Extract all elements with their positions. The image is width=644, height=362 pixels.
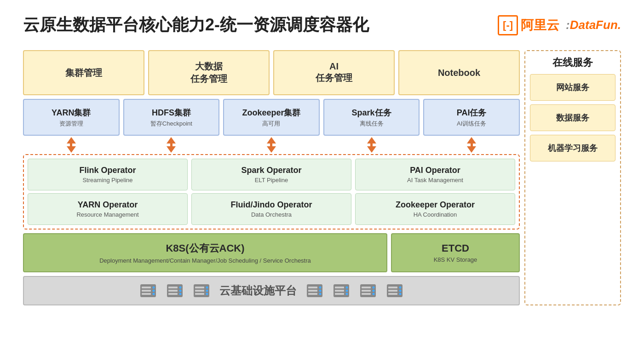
mid-box-pai: PAI任务 AI训练任务 — [423, 99, 520, 136]
mid-box-zookeeper: Zookeeper集群 高可用 — [223, 99, 320, 136]
svg-rect-17 — [195, 293, 204, 295]
server-icon-3 — [193, 283, 210, 298]
svg-rect-29 — [335, 287, 344, 288]
server-icon-5 — [333, 283, 350, 298]
svg-rect-10 — [168, 293, 178, 295]
server-icon-7 — [386, 283, 403, 298]
logo-area: [-] 阿里云 :DataFun. — [498, 15, 621, 35]
op-box-pai: PAI Operator AI Task Management — [355, 159, 515, 190]
svg-rect-44 — [388, 290, 397, 292]
online-service-website: 网站服务 — [530, 74, 615, 101]
double-arrow-4 — [367, 137, 376, 153]
double-arrow-2 — [167, 137, 176, 153]
top-row: 集群管理 大数据 任务管理 AI 任务管理 Notebook — [23, 50, 520, 95]
svg-rect-38 — [362, 293, 371, 295]
svg-point-25 — [319, 287, 322, 289]
server-icon-1 — [139, 283, 157, 298]
operator-area: Flink Operator Streaming Pipeline Spark … — [23, 154, 520, 230]
aliyun-bracket-icon: [-] — [498, 15, 518, 35]
k8s-box: K8S(公有云ACK) Deployment Management/Contai… — [23, 233, 387, 272]
svg-rect-36 — [362, 287, 371, 288]
datafun-text: DataFun. — [570, 18, 621, 32]
mid-row: YARN集群 资源管理 HDFS集群 暂存Checkpoint Zookeepe… — [23, 99, 520, 136]
svg-rect-1 — [142, 287, 151, 288]
op-box-zookeeper: Zookeeper Operator HA Coordination — [355, 193, 515, 225]
svg-rect-37 — [362, 290, 371, 292]
server-icon-4 — [306, 283, 323, 298]
mid-box-yarn: YARN集群 资源管理 — [23, 99, 120, 136]
svg-rect-30 — [335, 290, 344, 292]
svg-point-13 — [179, 293, 182, 295]
svg-point-46 — [399, 287, 402, 289]
infra-title: 云基础设施平台 — [219, 283, 297, 298]
online-service-ml: 机器学习服务 — [530, 135, 615, 161]
top-box-notebook: Notebook — [398, 50, 520, 95]
double-arrow-3 — [267, 137, 276, 153]
double-arrow-5 — [467, 137, 476, 153]
mid-box-hdfs: HDFS集群 暂存Checkpoint — [123, 99, 220, 136]
svg-rect-3 — [142, 293, 151, 295]
arrow-row — [23, 138, 520, 152]
main-area: 集群管理 大数据 任务管理 AI 任务管理 Notebook YARN集群 资源… — [23, 50, 520, 305]
svg-point-41 — [373, 293, 375, 295]
svg-rect-9 — [168, 290, 178, 292]
svg-rect-16 — [195, 290, 204, 292]
svg-point-20 — [206, 293, 208, 295]
svg-rect-43 — [388, 287, 397, 288]
arrow-cell-1 — [23, 137, 120, 153]
svg-point-47 — [399, 290, 402, 292]
diagram: 集群管理 大数据 任务管理 AI 任务管理 Notebook YARN集群 资源… — [23, 50, 621, 305]
page: 云原生数据平台核心能力2-统一资源调度容器化 [-] 阿里云 :DataFun.… — [0, 0, 644, 362]
arrow-cell-4 — [323, 137, 420, 153]
online-service-data: 数据服务 — [530, 104, 615, 131]
arrow-cell-5 — [423, 137, 520, 153]
online-services-title: 在线服务 — [530, 56, 615, 69]
svg-point-27 — [319, 293, 322, 295]
online-services-panel: 在线服务 网站服务 数据服务 机器学习服务 — [524, 50, 621, 305]
svg-point-39 — [373, 287, 375, 289]
svg-rect-8 — [168, 287, 178, 288]
svg-point-48 — [399, 293, 402, 295]
aliyun-logo: [-] 阿里云 — [498, 15, 559, 35]
top-box-cluster: 集群管理 — [23, 50, 144, 95]
etcd-box: ETCD K8S KV Storage — [391, 233, 520, 272]
svg-point-6 — [153, 293, 155, 295]
svg-rect-2 — [142, 290, 151, 292]
svg-point-33 — [346, 290, 348, 292]
aliyun-text: 阿里云 — [521, 17, 559, 34]
top-box-ai: AI 任务管理 — [273, 50, 395, 95]
server-icon-6 — [359, 283, 377, 298]
server-icon-2 — [166, 283, 184, 298]
op-box-flink: Flink Operator Streaming Pipeline — [28, 159, 188, 190]
page-title: 云原生数据平台核心能力2-统一资源调度容器化 — [23, 14, 369, 36]
op-box-yarn: YARN Operator Resource Management — [28, 193, 188, 225]
svg-point-40 — [373, 290, 375, 292]
svg-point-11 — [179, 287, 182, 289]
svg-rect-45 — [388, 293, 397, 295]
operator-row-1: Flink Operator Streaming Pipeline Spark … — [28, 159, 515, 190]
k8s-row: K8S(公有云ACK) Deployment Management/Contai… — [23, 233, 520, 272]
svg-point-34 — [346, 293, 348, 295]
svg-point-12 — [179, 290, 182, 292]
header: 云原生数据平台核心能力2-统一资源调度容器化 [-] 阿里云 :DataFun. — [23, 14, 621, 36]
top-box-bigdata: 大数据 任务管理 — [148, 50, 270, 95]
svg-point-5 — [153, 290, 155, 292]
svg-point-4 — [153, 287, 155, 289]
mid-box-spark: Spark任务 离线任务 — [323, 99, 420, 136]
double-arrow-1 — [67, 137, 76, 153]
svg-rect-24 — [308, 293, 317, 295]
op-box-spark: Spark Operator ELT Pipeline — [191, 159, 351, 190]
operator-row-2: YARN Operator Resource Management Fluid/… — [28, 193, 515, 225]
op-box-fluid-jindo: Fluid/Jindo Operator Data Orchestra — [191, 193, 351, 225]
svg-point-19 — [206, 290, 208, 292]
datafun-logo: :DataFun. — [566, 18, 621, 32]
svg-rect-15 — [195, 287, 204, 288]
svg-rect-31 — [335, 293, 344, 295]
svg-point-26 — [319, 290, 322, 292]
infra-row: 云基础设施平台 — [23, 276, 520, 305]
svg-point-32 — [346, 287, 348, 289]
svg-rect-22 — [308, 287, 317, 288]
svg-point-18 — [206, 287, 208, 289]
arrow-cell-2 — [123, 137, 220, 153]
arrow-cell-3 — [223, 137, 320, 153]
